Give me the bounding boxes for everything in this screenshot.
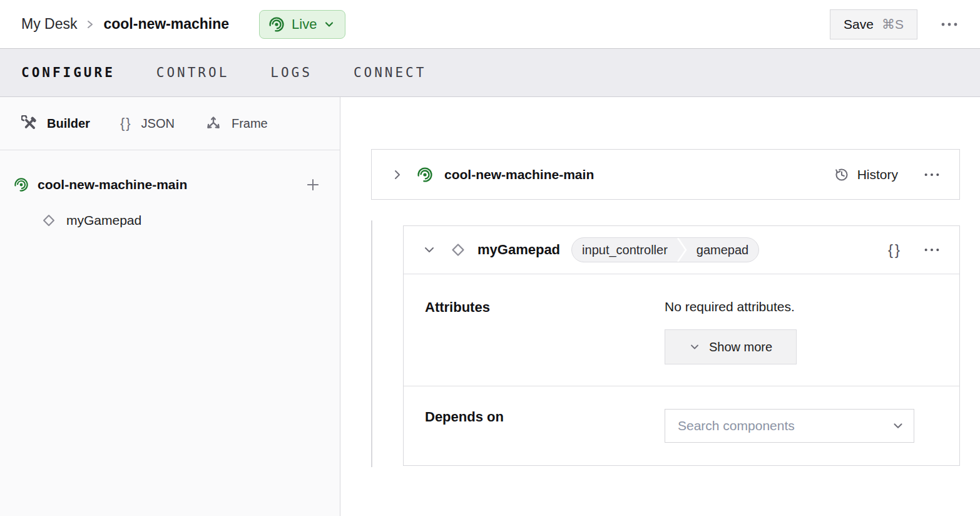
plus-icon	[305, 177, 321, 193]
topbar-menu-button[interactable]	[940, 22, 959, 27]
add-component-button[interactable]	[305, 177, 321, 193]
save-button[interactable]: Save ⌘S	[830, 9, 917, 39]
tree-item-label: cool-new-machine-main	[38, 177, 187, 192]
expand-machine-card-button[interactable]	[390, 168, 404, 182]
attributes-body: No required attributes. Show more	[665, 299, 941, 364]
tree-item-component[interactable]: myGamepad	[0, 203, 340, 238]
ellipsis-icon	[923, 247, 941, 252]
braces-icon: {}	[120, 115, 132, 132]
content-area: Builder {} JSON Frame	[0, 97, 980, 516]
tab-logs[interactable]: LOGS	[270, 63, 312, 83]
topbar-actions: Save ⌘S	[830, 9, 959, 39]
component-diamond-icon	[449, 240, 467, 259]
mode-json[interactable]: {} JSON	[120, 115, 175, 132]
tab-control[interactable]: CONTROL	[156, 63, 230, 83]
component-diamond-icon	[40, 212, 58, 229]
axes-icon	[205, 115, 222, 132]
machine-part-card: cool-new-machine-main History	[371, 149, 960, 200]
show-more-label: Show more	[709, 340, 772, 354]
machine-tree: cool-new-machine-main myGamepad	[0, 150, 340, 238]
depends-on-label: Depends on	[425, 409, 665, 443]
component-card-menu-button[interactable]	[923, 247, 941, 252]
main-tabbar: CONFIGURE CONTROL LOGS CONNECT	[0, 48, 980, 97]
component-card-actions: {}	[888, 241, 941, 259]
component-card-header: myGamepad input_controller gamepad {}	[404, 226, 959, 274]
mode-frame-label: Frame	[232, 116, 268, 131]
tree-item-machine-part[interactable]: cool-new-machine-main	[0, 167, 340, 203]
component-card: myGamepad input_controller gamepad {}	[403, 225, 960, 466]
collapse-component-card-button[interactable]	[422, 243, 436, 257]
mode-builder-label: Builder	[47, 116, 90, 131]
show-more-button[interactable]: Show more	[665, 329, 797, 364]
history-icon	[834, 167, 850, 183]
tree-item-label: myGamepad	[66, 213, 141, 228]
save-shortcut-hint: ⌘S	[882, 17, 904, 32]
mode-json-label: JSON	[141, 116, 175, 131]
attributes-section: Attributes No required attributes. Show …	[404, 274, 959, 386]
tools-icon	[21, 115, 38, 132]
breadcrumb: My Desk cool-new-machine	[21, 16, 229, 33]
topbar: My Desk cool-new-machine Live Save ⌘S	[0, 0, 980, 48]
tab-configure[interactable]: CONFIGURE	[21, 63, 115, 83]
config-sidebar: Builder {} JSON Frame	[0, 97, 340, 516]
mode-frame[interactable]: Frame	[205, 115, 268, 132]
depends-on-body	[665, 409, 941, 443]
depends-on-section: Depends on	[404, 386, 959, 465]
chevron-down-icon	[422, 243, 436, 257]
tree-connector-line	[371, 220, 372, 467]
chevron-down-icon	[689, 341, 700, 353]
component-json-button[interactable]: {}	[888, 241, 902, 259]
component-type-badge: input_controller gamepad	[571, 237, 759, 262]
breadcrumb-current: cool-new-machine	[103, 16, 229, 33]
history-button-label: History	[857, 167, 898, 182]
attributes-empty-text: No required attributes.	[665, 299, 941, 314]
machine-part-icon	[417, 167, 433, 183]
breadcrumb-chevron-icon	[86, 18, 94, 31]
live-status-dropdown[interactable]: Live	[259, 10, 345, 39]
badge-type-label: input_controller	[572, 238, 678, 262]
machine-card-menu-button[interactable]	[923, 172, 941, 177]
history-button[interactable]: History	[834, 167, 898, 183]
badge-model-label: gamepad	[687, 238, 758, 262]
search-components-input[interactable]	[665, 409, 914, 443]
chevron-right-icon	[390, 168, 404, 182]
depends-on-select	[665, 409, 914, 443]
live-status-label: Live	[292, 16, 317, 33]
tab-connect[interactable]: CONNECT	[354, 63, 427, 83]
component-title: myGamepad	[477, 242, 560, 258]
config-main-panel: cool-new-machine-main History	[340, 97, 980, 516]
machine-live-icon	[268, 16, 285, 33]
mode-builder[interactable]: Builder	[21, 115, 90, 132]
save-button-label: Save	[844, 17, 874, 32]
ellipsis-icon	[940, 22, 959, 27]
machine-part-title: cool-new-machine-main	[444, 167, 594, 182]
machine-card-actions: History	[834, 167, 941, 183]
ellipsis-icon	[923, 172, 941, 177]
view-mode-switcher: Builder {} JSON Frame	[0, 97, 340, 150]
breadcrumb-parent-link[interactable]: My Desk	[21, 16, 77, 33]
machine-part-icon	[14, 177, 29, 192]
braces-icon: {}	[888, 241, 902, 259]
attributes-label: Attributes	[425, 299, 665, 364]
chevron-down-icon	[324, 19, 335, 30]
